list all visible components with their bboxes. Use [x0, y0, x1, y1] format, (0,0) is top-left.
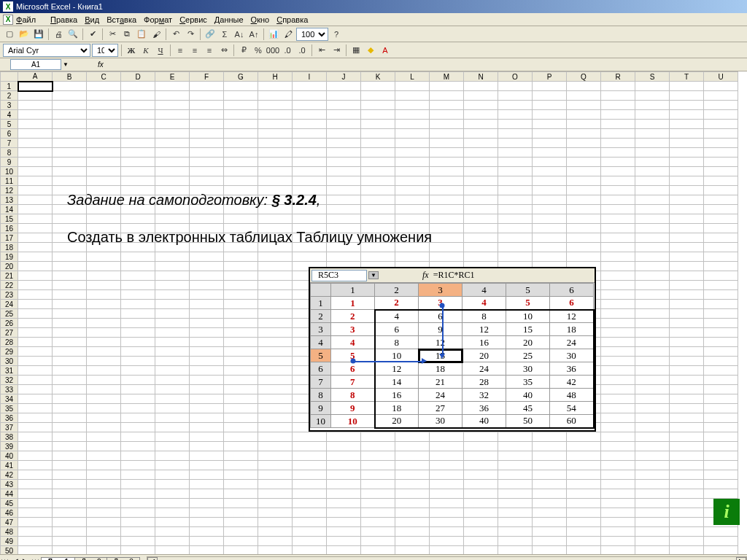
cell[interactable]: [395, 480, 430, 489]
cell[interactable]: [430, 214, 464, 224]
cell[interactable]: [704, 366, 738, 376]
cell[interactable]: [601, 404, 635, 413]
cell[interactable]: [635, 404, 670, 413]
cell[interactable]: [601, 385, 635, 394]
column-header[interactable]: L: [395, 72, 430, 82]
cell[interactable]: [361, 91, 395, 101]
cell[interactable]: [53, 413, 87, 423]
cell[interactable]: [155, 148, 190, 158]
cell[interactable]: [533, 148, 567, 158]
row-header[interactable]: 48: [1, 527, 18, 537]
cell[interactable]: [258, 347, 293, 357]
cell[interactable]: [464, 470, 498, 480]
menu-insert[interactable]: Вставка: [107, 15, 136, 24]
cell[interactable]: [704, 176, 738, 186]
cell[interactable]: [635, 176, 670, 186]
cell[interactable]: [53, 470, 87, 480]
row-header[interactable]: 13: [1, 195, 18, 205]
cell[interactable]: [430, 442, 464, 451]
cell[interactable]: [53, 110, 87, 120]
row-header[interactable]: 14: [1, 205, 18, 214]
cell[interactable]: [635, 461, 670, 470]
cell[interactable]: [53, 546, 87, 555]
cell[interactable]: [567, 176, 601, 186]
cell[interactable]: [601, 451, 635, 461]
cell[interactable]: [155, 366, 190, 376]
cell[interactable]: [601, 394, 635, 404]
row-header[interactable]: 36: [1, 413, 18, 423]
cell[interactable]: [533, 195, 567, 205]
cell[interactable]: [704, 480, 738, 489]
undo-icon[interactable]: ↶: [169, 28, 182, 41]
cell[interactable]: [258, 252, 293, 262]
menu-format[interactable]: Формат: [144, 15, 172, 24]
cell[interactable]: [224, 319, 258, 328]
cell[interactable]: [601, 148, 635, 158]
cell[interactable]: [361, 451, 395, 461]
cell[interactable]: [224, 82, 258, 91]
cell[interactable]: [395, 195, 430, 205]
cell[interactable]: [327, 101, 361, 110]
cell[interactable]: [327, 432, 361, 442]
cell[interactable]: [190, 309, 224, 319]
cell[interactable]: [293, 470, 327, 480]
cell[interactable]: [670, 518, 704, 527]
cell[interactable]: [533, 224, 567, 233]
cell[interactable]: [258, 357, 293, 366]
cell[interactable]: [361, 186, 395, 195]
cell[interactable]: [155, 347, 190, 357]
cell[interactable]: [464, 527, 498, 537]
cell[interactable]: [121, 300, 155, 309]
cell[interactable]: [53, 281, 87, 290]
cell[interactable]: [601, 167, 635, 176]
cell[interactable]: [87, 319, 121, 328]
cell[interactable]: [190, 499, 224, 508]
cell[interactable]: [87, 508, 121, 518]
cell[interactable]: [121, 129, 155, 139]
cell[interactable]: [18, 167, 53, 176]
cell[interactable]: [635, 139, 670, 148]
cell[interactable]: [670, 82, 704, 91]
row-header[interactable]: 26: [1, 319, 18, 328]
cell[interactable]: [190, 82, 224, 91]
cell[interactable]: [635, 101, 670, 110]
cell[interactable]: [18, 404, 53, 413]
cell[interactable]: [190, 366, 224, 376]
cell[interactable]: [498, 195, 533, 205]
cell[interactable]: [601, 91, 635, 101]
cell[interactable]: [704, 394, 738, 404]
cell[interactable]: [464, 195, 498, 205]
cell[interactable]: [53, 527, 87, 537]
cell[interactable]: [533, 537, 567, 546]
cell[interactable]: [670, 489, 704, 499]
cell[interactable]: [155, 376, 190, 385]
cell[interactable]: [18, 139, 53, 148]
help-icon[interactable]: ?: [330, 28, 343, 41]
cell[interactable]: [155, 176, 190, 186]
cell[interactable]: [87, 413, 121, 423]
cell[interactable]: [704, 186, 738, 195]
cell[interactable]: [87, 91, 121, 101]
cell[interactable]: [87, 518, 121, 527]
cell[interactable]: [155, 357, 190, 366]
cell[interactable]: [121, 139, 155, 148]
cell[interactable]: [567, 195, 601, 205]
print-icon[interactable]: 🖨: [52, 28, 65, 41]
cell[interactable]: [704, 328, 738, 338]
cell[interactable]: [53, 252, 87, 262]
cell[interactable]: [224, 480, 258, 489]
cell[interactable]: [670, 167, 704, 176]
cell[interactable]: [258, 385, 293, 394]
cell[interactable]: [327, 205, 361, 214]
cell[interactable]: [567, 233, 601, 243]
cell[interactable]: [498, 243, 533, 252]
percent-icon[interactable]: %: [252, 44, 265, 57]
cell[interactable]: [395, 186, 430, 195]
cell[interactable]: [670, 442, 704, 451]
cell[interactable]: [395, 82, 430, 91]
cell[interactable]: [464, 129, 498, 139]
cell[interactable]: [670, 195, 704, 205]
info-badge[interactable]: i: [713, 499, 740, 525]
cell[interactable]: [635, 394, 670, 404]
cell[interactable]: [87, 546, 121, 555]
